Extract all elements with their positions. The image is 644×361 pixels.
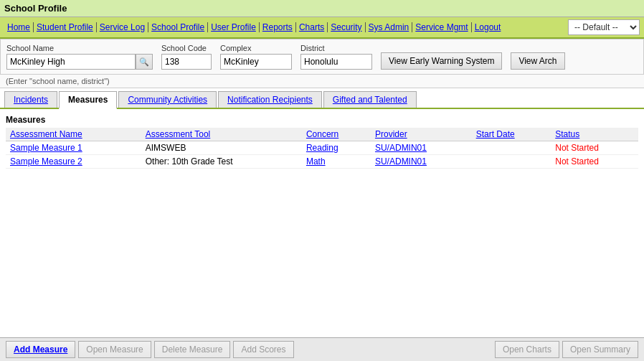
district-label: District	[300, 44, 372, 52]
col-start-date[interactable]: Start Date	[472, 128, 551, 141]
complex-group: Complex	[220, 44, 292, 70]
complex-input[interactable]	[220, 54, 292, 70]
nav-reports[interactable]: Reports	[260, 22, 296, 32]
tab-measures[interactable]: Measures	[59, 91, 117, 109]
nav-logout[interactable]: Logout	[472, 22, 504, 32]
nav-charts[interactable]: Charts	[296, 22, 328, 32]
nav-user-profile[interactable]: User Profile	[208, 22, 260, 32]
tab-notification-recipients[interactable]: Notification Recipients	[218, 91, 322, 108]
cell-status: Not Started	[551, 155, 638, 169]
cell-concern[interactable]: Math	[302, 155, 371, 169]
nav-school-profile[interactable]: School Profile	[148, 22, 208, 32]
col-assessment-name[interactable]: Assessment Name	[6, 128, 141, 141]
cell-assessment-name[interactable]: Sample Measure 2	[6, 155, 141, 169]
nav-links: Home Student Profile Service Log School …	[4, 22, 503, 32]
complex-label: Complex	[220, 44, 292, 52]
nav-bar: Home Student Profile Service Log School …	[0, 17, 644, 39]
view-early-warning-button[interactable]: View Early Warning System	[381, 52, 502, 70]
nav-student-profile[interactable]: Student Profile	[34, 22, 97, 32]
tab-gifted-and-talented[interactable]: Gifted and Talented	[323, 91, 417, 108]
tabs-bar: Incidents Measures Community Activities …	[0, 91, 644, 109]
measures-section-title: Measures	[6, 115, 638, 125]
page-header: School Profile	[0, 0, 644, 17]
page-title: School Profile	[4, 3, 67, 14]
district-input[interactable]	[300, 54, 372, 70]
nav-home[interactable]: Home	[4, 22, 34, 32]
nav-service-log[interactable]: Service Log	[97, 22, 148, 32]
cell-assessment-tool: Other: 10th Grade Test	[141, 155, 302, 169]
tab-incidents[interactable]: Incidents	[4, 91, 57, 108]
cell-concern[interactable]: Reading	[302, 141, 371, 155]
cell-start-date	[472, 155, 551, 169]
cell-assessment-tool: AIMSWEB	[141, 141, 302, 155]
nav-security[interactable]: Security	[328, 22, 365, 32]
school-code-label: School Code	[161, 44, 212, 52]
bottom-toolbar: Add Measure Open Measure Delete Measure …	[0, 337, 644, 339]
col-provider[interactable]: Provider	[371, 128, 472, 141]
school-name-input-wrap: 🔍	[6, 54, 153, 70]
nav-dropdown[interactable]: -- Default --	[568, 19, 640, 35]
content-area: Measures Assessment Name Assessment Tool…	[0, 109, 644, 339]
school-name-input[interactable]	[6, 54, 136, 70]
col-status[interactable]: Status	[551, 128, 638, 141]
cell-provider[interactable]: SU/ADMIN01	[371, 155, 472, 169]
cell-provider[interactable]: SU/ADMIN01	[371, 141, 472, 155]
col-assessment-tool[interactable]: Assessment Tool	[141, 128, 302, 141]
cell-assessment-name[interactable]: Sample Measure 1	[6, 141, 141, 155]
table-row[interactable]: Sample Measure 1AIMSWEBReadingSU/ADMIN01…	[6, 141, 638, 155]
school-name-group: School Name 🔍	[6, 44, 153, 70]
search-area: School Name 🔍 School Code Complex Distri…	[0, 39, 644, 75]
school-name-search-button[interactable]: 🔍	[136, 54, 153, 70]
district-group: District	[300, 44, 372, 70]
table-row[interactable]: Sample Measure 2Other: 10th Grade TestMa…	[6, 155, 638, 169]
col-concern[interactable]: Concern	[302, 128, 371, 141]
table-header-row: Assessment Name Assessment Tool Concern …	[6, 128, 638, 141]
tab-community-activities[interactable]: Community Activities	[118, 91, 217, 108]
nav-service-mgmt[interactable]: Service Mgmt	[412, 22, 471, 32]
nav-sys-admin[interactable]: Sys Admin	[366, 22, 413, 32]
measures-table: Assessment Name Assessment Tool Concern …	[6, 128, 638, 169]
school-code-input[interactable]	[161, 54, 212, 70]
search-hint: (Enter "school name, district")	[6, 75, 110, 85]
cell-status: Not Started	[551, 141, 638, 155]
school-name-label: School Name	[6, 44, 153, 52]
cell-start-date	[472, 141, 551, 155]
view-arch-button[interactable]: View Arch	[511, 52, 564, 70]
school-code-group: School Code	[161, 44, 212, 70]
